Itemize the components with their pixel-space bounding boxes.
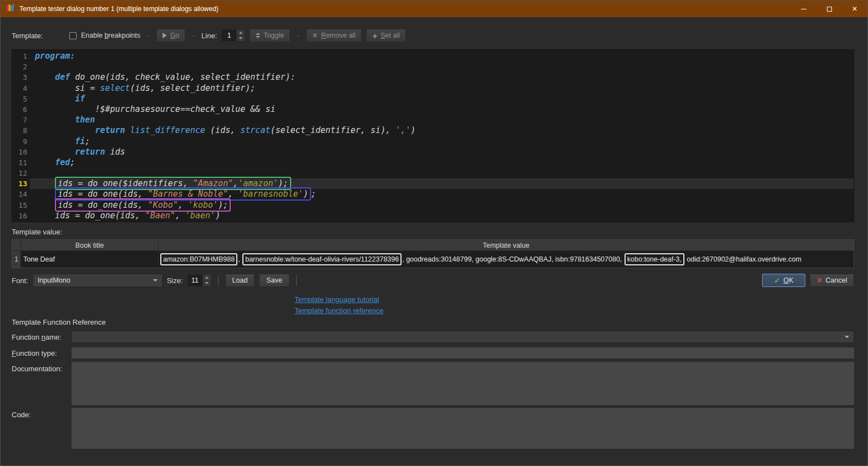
code-token-kw: if [75,94,85,104]
template-language-tutorial-link[interactable]: Template language tutorial [295,295,379,304]
check-icon: ✓ [774,277,780,284]
code-line-4[interactable]: 4 si = select(ids, select_identifier); [12,83,854,94]
spin-up-icon[interactable] [203,275,211,281]
font-combobox[interactable]: InputMono [33,274,163,287]
code-text: if [30,94,854,104]
toggle-breakpoint-button[interactable]: Toggle [250,29,290,42]
column-header-template-value[interactable]: Template value [159,240,854,251]
play-icon [163,33,167,38]
code-line-15[interactable]: 15 ids = do_one(ids, "Kobo", 'kobo'); [12,200,854,211]
template-label: Template: [12,32,65,40]
row-header: 1 [12,251,21,268]
cancel-button[interactable]: ✕ Cancel [810,274,854,287]
code-token-s2: "Kobo" [148,200,178,210]
titlebar[interactable]: Template tester dialog number 1 (multipl… [1,1,867,17]
separator [296,275,297,286]
function-type-label: Function type: [12,349,72,357]
code-field[interactable] [72,408,854,449]
code-token-kw: def [55,72,70,82]
code-line-1[interactable]: 1program: [12,51,854,62]
line-number: 13 [12,178,30,189]
chevron-down-icon [845,336,849,338]
font-combobox-value: InputMono [38,276,70,284]
code-line-9[interactable]: 9 fi; [12,136,854,147]
code-token-pl [35,178,55,188]
code-token-pl: ids = do_one(ids, [58,200,148,210]
documentation-field[interactable] [72,362,854,405]
code-line-3[interactable]: 3 def do_one(ids, check_value, select_id… [12,72,854,83]
enable-breakpoints-label[interactable]: Enable breakpoints [81,32,140,39]
code-line-2[interactable]: 2 [12,62,854,72]
code-text: program: [30,51,854,62]
maximize-button[interactable] [816,1,842,17]
code-token-s1: 'barnesnoble' [238,189,303,199]
code-line-7[interactable]: 7 then [12,115,854,125]
template-function-reference-label: Template Function Reference [12,318,854,326]
value-text: , goodreads:30148799, google:8S-CDwAAQBA… [402,255,624,263]
enable-breakpoints-checkbox[interactable] [69,32,77,39]
window-title: Template tester dialog number 1 (multipl… [19,5,219,13]
code-token-pl: (select_identifier, si), [270,125,395,135]
template-value-cell[interactable]: amazon:B07MHMB988, barnesnoble:w/tone-de… [159,251,854,268]
toolbar-separator-dot: · [297,31,300,40]
code-line-16[interactable]: 16 ids = do_one(ids, "Baen", 'baen') [12,211,854,221]
code-text: return list_difference (ids, strcat(sele… [30,125,854,136]
line-number: 1 [12,51,30,62]
results-table: Book title Template value 1 Tone Deaf am… [12,239,854,268]
code-token-pl: ; [85,136,90,146]
spin-up-icon[interactable] [237,30,245,36]
set-all-breakpoints-button[interactable]: + Set all [366,29,406,42]
ok-button[interactable]: ✓ OK [762,274,805,287]
code-token-pl [125,125,130,135]
size-spinbox-value[interactable]: 11 [188,275,202,286]
code-token-pl: ) [215,211,220,221]
code-line-8[interactable]: 8 return list_difference (ids, strcat(se… [12,125,854,136]
code-token-pl [35,72,55,82]
function-name-label: Function name: [12,333,72,341]
plus-icon: + [372,32,377,40]
code-line-10[interactable]: 10 return ids [12,147,854,157]
line-number: 3 [12,72,30,83]
line-number: 5 [12,94,30,104]
line-label: Line: [201,32,217,40]
minimize-button[interactable] [791,1,816,17]
go-button[interactable]: Go [156,29,186,42]
code-line-5[interactable]: 5 if [12,94,854,104]
line-number: 15 [12,200,30,211]
save-button[interactable]: Save [259,274,290,287]
value-highlight-green: amazon:B07MHMB988 [160,253,237,265]
line-number: 14 [12,189,30,199]
code-line-6[interactable]: 6 !$#purchasesource==check_value && si [12,104,854,115]
line-number: 10 [12,147,30,157]
spin-down-icon[interactable] [203,281,211,286]
code-token-pl [35,157,55,167]
value-text: odid:2670902@halifax.overdrive.com [685,255,801,263]
code-line-11[interactable]: 11 fed; [12,157,854,168]
code-text: then [30,115,854,125]
value-highlight-magenta: kobo:tone-deaf-3, [625,253,684,265]
code-editor[interactable]: 1program:23 def do_one(ids, check_value,… [12,49,854,222]
function-name-combobox[interactable] [72,331,854,343]
toolbar-separator-dot: · [147,31,150,40]
code-token-s1: 'kobo' [188,200,218,210]
spin-down-icon[interactable] [237,36,245,42]
close-button[interactable]: ✕ [842,1,867,17]
book-title-cell[interactable]: Tone Deaf [21,251,159,268]
column-header-book-title[interactable]: Book title [21,240,159,251]
code-token-pl [35,125,95,135]
code-token-s2: "Baen" [145,211,175,221]
code-token-pl: ; [70,157,75,167]
code-token-kw: fi [75,136,85,146]
code-text [30,62,854,72]
code-token-pl [35,189,55,199]
template-function-reference-link[interactable]: Template function reference [295,306,383,315]
remove-all-breakpoints-button[interactable]: ✕ Remove all [306,29,362,42]
code-token-pl: ids [105,147,125,157]
line-spinbox-value[interactable]: 1 [222,30,236,41]
documentation-row: Documentation: [12,362,854,405]
size-spinbox[interactable]: 11 [187,274,211,286]
font-label: Font: [12,276,28,285]
load-button[interactable]: Load [225,274,255,287]
line-spinbox[interactable]: 1 [221,29,245,42]
code-token-s1: 'baen' [185,211,215,221]
